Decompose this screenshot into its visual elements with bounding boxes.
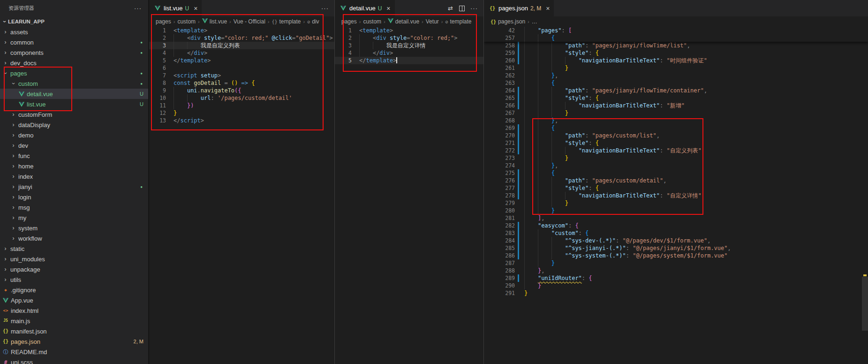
- code-line-1[interactable]: 1<template>: [335, 27, 483, 34]
- code-line-278[interactable]: 278 "navigationBarTitleText": "自定义详情": [484, 192, 868, 199]
- code-line-259[interactable]: 259 "style": {: [484, 49, 868, 57]
- breadcrumb-item[interactable]: custom: [363, 18, 381, 25]
- tab-pages.json[interactable]: {}pages.json2, M×: [484, 0, 554, 16]
- code-line-5[interactable]: 5</template>: [149, 57, 334, 64]
- tree-item-assets[interactable]: ›assets: [0, 27, 148, 37]
- code-line-286[interactable]: 286 "^sys-system-(.*)": "@/pages/system/…: [484, 252, 868, 259]
- tree-item-pages.json[interactable]: {}pages.json2, M: [0, 336, 148, 347]
- code-line-7[interactable]: 7<script setup>: [149, 72, 334, 79]
- code-line-2[interactable]: 2 <div style="color: red;">: [335, 34, 483, 42]
- code-area-pages-json[interactable]: 42 "pages": [257 {258 "path": "pages/jia…: [484, 27, 868, 364]
- code-line-8[interactable]: 8const goDetail = () => {: [149, 79, 334, 87]
- tree-item-uni_modules[interactable]: ›uni_modules: [0, 254, 148, 264]
- code-line-263[interactable]: 263 {: [484, 79, 868, 87]
- code-line-10[interactable]: 10 url: '/pages/custom/detail': [149, 94, 334, 102]
- code-line-277[interactable]: 277 "style": {: [484, 184, 868, 192]
- code-line-262[interactable]: 262 },: [484, 72, 868, 79]
- code-line-11[interactable]: 11 }): [149, 102, 334, 109]
- tree-item-index[interactable]: ›index: [0, 171, 148, 182]
- code-line-4[interactable]: 4 </div>: [149, 49, 334, 57]
- code-line-42[interactable]: 42 "pages": [: [484, 27, 868, 34]
- tree-item-index.html[interactable]: <>index.html: [0, 305, 148, 316]
- code-line-267[interactable]: 267 }: [484, 109, 868, 117]
- more-actions-icon[interactable]: ···: [321, 5, 329, 12]
- close-icon[interactable]: ×: [546, 5, 550, 12]
- code-line-12[interactable]: 12}: [149, 109, 334, 117]
- code-line-274[interactable]: 274 },: [484, 162, 868, 169]
- code-line-260[interactable]: 260 "navigationBarTitleText": "时间组件验证": [484, 57, 868, 64]
- open-changes-icon[interactable]: ⇄: [448, 5, 453, 12]
- tree-item-App.vue[interactable]: App.vue: [0, 295, 148, 305]
- breadcrumb-item[interactable]: custom: [177, 18, 196, 25]
- code-line-272[interactable]: 272 "navigationBarTitleText": "自定义列表": [484, 147, 868, 154]
- tree-item-demo[interactable]: ›demo: [0, 130, 148, 140]
- code-line-6[interactable]: 6: [149, 64, 334, 72]
- breadcrumb-item[interactable]: Vetur: [426, 18, 439, 25]
- tree-item-components[interactable]: ›components●: [0, 47, 148, 58]
- tree-item-detail.vue[interactable]: detail.vueU: [0, 89, 148, 99]
- code-line-275[interactable]: 275 {: [484, 169, 868, 177]
- code-area-detail-vue[interactable]: 1<template>2 <div style="color: red;">3 …: [335, 27, 483, 364]
- breadcrumb-item[interactable]: pages: [341, 18, 357, 25]
- breadcrumb-item[interactable]: pages: [156, 18, 171, 25]
- code-line-269[interactable]: 269 {: [484, 124, 868, 132]
- breadcrumb-item[interactable]: {}template: [272, 18, 301, 25]
- code-line-265[interactable]: 265 "style": {: [484, 94, 868, 102]
- tree-item-func[interactable]: ›func: [0, 151, 148, 161]
- split-editor-icon[interactable]: [459, 6, 465, 11]
- code-line-285[interactable]: 285 "^sys-jianyi-(.*)": "@/pages/jianyi/…: [484, 244, 868, 252]
- tree-item-manifest.json[interactable]: {}manifest.json: [0, 326, 148, 336]
- breadcrumb-item[interactable]: list.vue: [202, 18, 227, 25]
- code-line-2[interactable]: 2 <div style="color: red;" @click="goDet…: [149, 34, 334, 42]
- code-line-283[interactable]: 283 "custom": {: [484, 229, 868, 237]
- tree-item-login[interactable]: ›login: [0, 192, 148, 202]
- tree-item-common[interactable]: ›common●: [0, 37, 148, 47]
- code-line-276[interactable]: 276 "path": "pages/custom/detail",: [484, 177, 868, 184]
- breadcrumb-item[interactable]: detail.vue: [388, 18, 419, 25]
- tree-item-msg[interactable]: ›msg: [0, 202, 148, 212]
- tree-item-home[interactable]: ›home: [0, 161, 148, 171]
- code-line-271[interactable]: 271 "style": {: [484, 139, 868, 147]
- tree-item-static[interactable]: ›static: [0, 243, 148, 254]
- tree-item-system[interactable]: ›system: [0, 223, 148, 233]
- code-line-279[interactable]: 279 }: [484, 199, 868, 207]
- code-line-288[interactable]: 288 },: [484, 267, 868, 274]
- close-icon[interactable]: ×: [386, 5, 390, 12]
- code-area-list-vue[interactable]: 1<template>2 <div style="color: red;" @c…: [149, 27, 334, 364]
- code-line-264[interactable]: 264 "path": "pages/jianyi/flowTime/conta…: [484, 87, 868, 94]
- explorer-more-actions-icon[interactable]: ···: [134, 5, 142, 12]
- code-line-270[interactable]: 270 "path": "pages/custom/list",: [484, 132, 868, 139]
- tree-item-dev_docs[interactable]: ›dev_docs: [0, 58, 148, 68]
- code-line-4[interactable]: 4 </div>: [335, 49, 483, 57]
- code-line-257[interactable]: 257 {: [484, 34, 868, 42]
- breadcrumb-item[interactable]: ⊘div: [307, 18, 319, 25]
- tree-item-jianyi[interactable]: ›jianyi●: [0, 182, 148, 192]
- tree-item-list.vue[interactable]: list.vueU: [0, 99, 148, 109]
- code-line-282[interactable]: 282 "easycom": {: [484, 222, 868, 229]
- vertical-scrollbar[interactable]: [862, 277, 868, 331]
- tree-item-workflow[interactable]: ›workflow: [0, 233, 148, 243]
- tree-item-my[interactable]: ›my: [0, 212, 148, 223]
- code-line-290[interactable]: 290 }: [484, 282, 868, 289]
- code-line-3[interactable]: 3 我是自定义列表: [149, 42, 334, 49]
- code-line-5[interactable]: 5</template>: [335, 57, 483, 64]
- tree-item-main.js[interactable]: JSmain.js: [0, 316, 148, 326]
- tree-item-dataDisplay[interactable]: ›dataDisplay: [0, 120, 148, 130]
- more-actions-icon[interactable]: ···: [470, 5, 478, 12]
- code-line-3[interactable]: 3 我是自定义详情: [335, 42, 483, 49]
- tree-item-uni.scss[interactable]: #uni.scss: [0, 357, 148, 364]
- workspace-root-item[interactable]: › LEARUN_APP: [0, 16, 148, 27]
- code-line-273[interactable]: 273 }: [484, 154, 868, 162]
- code-line-291[interactable]: 291}: [484, 289, 868, 297]
- tree-item-customForm[interactable]: ›customForm: [0, 109, 148, 120]
- code-line-280[interactable]: 280 }: [484, 207, 868, 214]
- breadcrumb-item[interactable]: {}pages.json: [491, 18, 525, 25]
- code-line-287[interactable]: 287 }: [484, 259, 868, 267]
- tree-item-.gitignore[interactable]: ◆.gitignore: [0, 285, 148, 295]
- code-line-289[interactable]: 289 "uniIdRouter": {: [484, 274, 868, 282]
- tree-item-pages[interactable]: ›pages●: [0, 68, 148, 78]
- tab-detail.vue[interactable]: detail.vueU×: [335, 0, 395, 16]
- code-line-1[interactable]: 1<template>: [149, 27, 334, 34]
- code-line-258[interactable]: 258 "path": "pages/jianyi/flowTime/list"…: [484, 42, 868, 49]
- code-line-268[interactable]: 268 },: [484, 117, 868, 124]
